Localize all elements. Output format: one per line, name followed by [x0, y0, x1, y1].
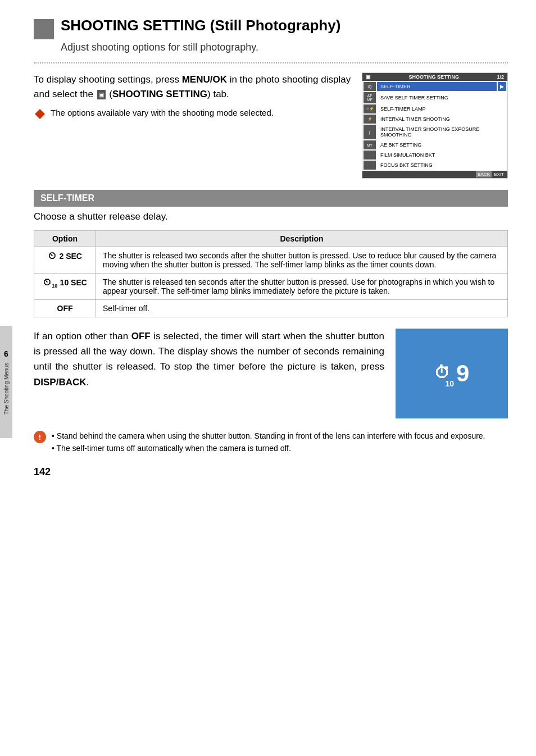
col-option-header: Option	[34, 231, 96, 247]
table-row: ⏲ 2 SECThe shutter is released two secon…	[34, 247, 508, 274]
camera-panel-row-text: INTERVAL TIMER SHOOTING	[377, 115, 497, 124]
side-tab: 6 The Shooting Menus	[0, 326, 12, 438]
camera-panel-row: MYAE BKT SETTING	[364, 140, 506, 149]
option-cell: OFF	[34, 300, 96, 317]
table-row: ⏲10 10 SECThe shutter is released ten se…	[34, 274, 508, 300]
camera-panel-page: 1/2	[497, 74, 504, 80]
page-number: 142	[34, 466, 508, 478]
camera-panel-row-text: FOCUS BKT SETTING	[377, 161, 497, 170]
side-tab-text: The Shooting Menus	[3, 363, 10, 415]
camera-panel-footer: BACK EXIT	[362, 171, 507, 178]
camera-panel-row-icon	[364, 161, 376, 170]
shooting-setting-tab-icon: ▣	[97, 90, 106, 99]
camera-panel-row: AF MFSAVE SELF-TIMER SETTING	[364, 92, 506, 103]
page-subtitle: Adjust shooting options for still photog…	[61, 42, 508, 53]
intro-paragraph: To display shooting settings, press MENU…	[34, 72, 353, 101]
svg-marker-0	[35, 109, 45, 119]
warning-item: The self-timer turns off automatically w…	[52, 442, 485, 454]
description-cell: The shutter is released two seconds afte…	[96, 247, 508, 274]
timer-display-icon: ⏱10	[434, 363, 459, 384]
section-subheading: Choose a shutter release delay.	[34, 211, 508, 222]
option-cell: ⏲ 2 SEC	[34, 247, 96, 274]
camera-panel-row-text: SELF-TIMER	[377, 82, 497, 91]
camera-panel: ▣ SHOOTING SETTING 1/2 IQSELF-TIMER▶AF M…	[362, 72, 508, 179]
camera-panel-row-icon: ƒ	[364, 125, 376, 139]
side-tab-number: 6	[4, 349, 8, 358]
camera-panel-row: ⚡INTERVAL TIMER SHOOTING	[364, 115, 506, 124]
note-block: The options available vary with the shoo…	[34, 107, 353, 120]
camera-panel-row-text: FILM SIMULATION BKT	[377, 151, 497, 160]
camera-panel-row-icon: ⚡	[364, 115, 376, 124]
warning-item: Stand behind the camera when using the s…	[52, 430, 485, 442]
camera-panel-row-icon: IQ	[364, 82, 376, 91]
warning-section: ! Stand behind the camera when using the…	[34, 430, 508, 455]
bottom-section: If an option other than OFF is selected,…	[34, 329, 508, 418]
option-label: 10 SEC	[60, 278, 87, 287]
camera-panel-row: ƒINTERVAL TIMER SHOOTING EXPOSURE SMOOTH…	[364, 125, 506, 139]
camera-panel-rows: IQSELF-TIMER▶AF MFSAVE SELF-TIMER SETTIN…	[362, 81, 507, 171]
options-table: Option Description ⏲ 2 SECThe shutter is…	[34, 230, 508, 317]
self-timer-section-header: SELF-TIMER	[34, 190, 508, 207]
note-icon-wrapper	[34, 108, 46, 120]
timer-option-icon: ⏲	[48, 251, 59, 261]
warning-icon: !	[34, 431, 46, 443]
camera-panel-header-title: SHOOTING SETTING	[408, 74, 459, 80]
bottom-text: If an option other than OFF is selected,…	[34, 329, 384, 418]
description-cell: Self-timer off.	[96, 300, 508, 317]
shooting-setting-icon	[34, 19, 54, 39]
timer-option-icon: ⏲10	[43, 277, 60, 287]
page-title: SHOOTING SETTING (Still Photography)	[61, 17, 340, 34]
description-cell: The shutter is released ten seconds afte…	[96, 274, 508, 300]
header-divider	[34, 62, 508, 63]
camera-display-box: ⏱10 9	[396, 329, 508, 418]
warning-text: Stand behind the camera when using the s…	[52, 430, 485, 455]
camera-panel-row: FILM SIMULATION BKT	[364, 151, 506, 160]
camera-panel-row-text: SELF-TIMER LAMP	[377, 104, 497, 113]
camera-panel-row: ☆⚡SELF-TIMER LAMP	[364, 104, 506, 113]
main-intro: To display shooting settings, press MENU…	[34, 72, 508, 179]
camera-panel-row-text: SAVE SELF-TIMER SETTING	[377, 92, 497, 103]
camera-panel-row: IQSELF-TIMER▶	[364, 82, 506, 91]
camera-panel-row-icon: AF MF	[364, 92, 376, 103]
camera-panel-header-icon: ▣	[366, 74, 371, 80]
intro-text-block: To display shooting settings, press MENU…	[34, 72, 353, 179]
camera-panel-header: ▣ SHOOTING SETTING 1/2	[362, 73, 507, 81]
back-label: BACK	[476, 171, 492, 177]
option-label: 2 SEC	[59, 252, 81, 261]
table-row: OFFSelf-timer off.	[34, 300, 508, 317]
camera-panel-row-arrow: ▶	[498, 82, 506, 91]
camera-panel-row: FOCUS BKT SETTING	[364, 161, 506, 170]
diamond-icon	[34, 108, 46, 120]
option-cell: ⏲10 10 SEC	[34, 274, 96, 300]
col-description-header: Description	[96, 231, 508, 247]
camera-panel-row-text: INTERVAL TIMER SHOOTING EXPOSURE SMOOTHI…	[377, 125, 497, 139]
camera-panel-row-text: AE BKT SETTING	[377, 140, 497, 149]
note-text: The options available vary with the shoo…	[51, 107, 274, 120]
camera-display-content: ⏱10 9	[434, 360, 470, 387]
page-header: SHOOTING SETTING (Still Photography)	[34, 17, 508, 39]
camera-panel-row-icon: ☆⚡	[364, 104, 376, 113]
option-label: OFF	[57, 304, 73, 313]
camera-panel-row-icon: MY	[364, 140, 376, 149]
camera-panel-row-icon	[364, 151, 376, 160]
